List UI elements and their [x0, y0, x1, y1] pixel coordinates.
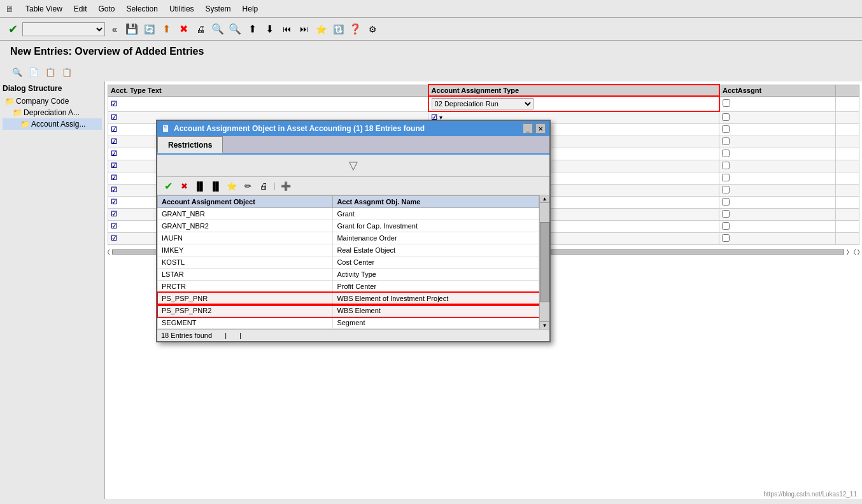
- modal-overlay: 🖥 Account Assignment Object in Asset Acc…: [105, 81, 862, 499]
- find-next-button[interactable]: 🔍: [227, 22, 243, 37]
- settings-button[interactable]: ⚙: [365, 22, 380, 37]
- modal-title-text: Account Assignment Object in Asset Accou…: [174, 124, 425, 133]
- modal-statusbar: 18 Entries found | |: [157, 329, 549, 341]
- folder-icon-2: 📁: [13, 108, 22, 117]
- modal-edit-btn[interactable]: ✏: [241, 179, 255, 193]
- modal-table: Account Assignment Object Acct Assgnmt O…: [157, 195, 539, 329]
- sidebar-item-account-assign[interactable]: 📁 Account Assig...: [3, 118, 102, 130]
- main-toolbar: ✔ « 💾 🔄 ⬆ ✖ 🖨 🔍 🔍 ⬆ ⬇ ⏮ ⏭ ⭐ 🔃 ❓ ⚙: [0, 18, 862, 41]
- menu-item-edit[interactable]: Edit: [69, 3, 92, 15]
- modal-close-button[interactable]: ✕: [535, 123, 546, 134]
- modal-col-btn1[interactable]: ▐▌: [193, 179, 207, 193]
- sec-btn-2[interactable]: 📄: [27, 65, 41, 79]
- modal-print-btn[interactable]: 🖨: [257, 179, 271, 193]
- secondary-toolbar: 🔍 📄 📋 📋: [0, 62, 862, 81]
- modal-filter-row: ▽: [157, 155, 549, 177]
- modal-obj-name: WBS Element of Investment Project: [333, 293, 539, 305]
- modal-col-name: Acct Assgnmt Obj. Name: [333, 196, 539, 208]
- folder-icon: 📁: [5, 97, 15, 106]
- modal-obj-code: IMKEY: [158, 244, 333, 256]
- help-button[interactable]: ❓: [348, 22, 363, 37]
- modal-obj-code: GRANT_NBR2: [158, 220, 333, 232]
- modal-col-obj: Account Assignment Object: [158, 196, 333, 208]
- modal-add-btn[interactable]: ➕: [279, 179, 293, 193]
- find-button[interactable]: 🔍: [210, 22, 225, 37]
- modal-obj-code: GRANT_NBR: [158, 208, 333, 220]
- menu-item-selection[interactable]: Selection: [122, 3, 163, 15]
- modal-col-btn2[interactable]: ▐▌: [209, 179, 223, 193]
- sidebar-label-company-code: Company Code: [16, 97, 69, 106]
- modal-title-left: 🖥 Account Assignment Object in Asset Acc…: [161, 123, 425, 134]
- filter-funnel-icon: ▽: [349, 158, 358, 172]
- menu-item-help[interactable]: Help: [237, 3, 264, 15]
- modal-table-row[interactable]: PRCTRProfit Center: [158, 281, 539, 293]
- modal-ok-button[interactable]: ✔: [161, 179, 175, 193]
- star-button[interactable]: ⭐: [313, 22, 329, 37]
- menu-item-system[interactable]: System: [201, 3, 236, 15]
- modal-obj-name: Activity Type: [333, 269, 539, 281]
- modal-scrollbar[interactable]: ▲ ▼: [539, 195, 549, 329]
- modal-obj-code: PS_PSP_PNR2: [158, 305, 333, 317]
- menu-item-goto[interactable]: Goto: [94, 3, 120, 15]
- modal-obj-code: LSTAR: [158, 269, 333, 281]
- modal-obj-code: KOSTL: [158, 256, 333, 269]
- modal-table-row[interactable]: SEGMENTSegment: [158, 317, 539, 329]
- modal-obj-name: Segment: [333, 317, 539, 329]
- menu-item-tableview[interactable]: Table View: [20, 3, 67, 15]
- modal-table-wrap: Account Assignment Object Acct Assgnmt O…: [157, 195, 549, 329]
- modal-table-row[interactable]: IAUFNMaintenance Order: [158, 232, 539, 244]
- modal-obj-name: Real Estate Object: [333, 244, 539, 256]
- content-area: Acct. Type Text Account Assignment Type …: [105, 81, 862, 499]
- page-title: New Entries: Overview of Added Entries: [0, 41, 862, 62]
- modal-cancel-button[interactable]: ✖: [177, 179, 191, 193]
- modal-tab-restrictions[interactable]: Restrictions: [157, 136, 223, 153]
- modal-table-row[interactable]: GRANT_NBR2Grant for Cap. Investment: [158, 220, 539, 232]
- modal-obj-name: Profit Center: [333, 281, 539, 293]
- modal-tabbar: Restrictions: [157, 136, 549, 155]
- modal-table-row[interactable]: LSTARActivity Type: [158, 269, 539, 281]
- sidebar-item-depreciation[interactable]: 📁 Depreciation A...: [3, 107, 102, 118]
- modal-obj-name: Cost Center: [333, 256, 539, 269]
- sidebar: Dialog Structure 📁 Company Code 📁 Deprec…: [0, 81, 105, 499]
- menu-bar: 🖥 Table View Edit Goto Selection Utiliti…: [0, 0, 862, 18]
- refresh-button[interactable]: 🔄: [141, 22, 157, 37]
- menu-item-utilities[interactable]: Utilities: [164, 3, 199, 15]
- modal-title-right: _ ✕: [523, 123, 546, 134]
- folder-icon-3: 📁: [20, 120, 30, 129]
- sec-btn-4[interactable]: 📋: [60, 65, 74, 79]
- modal-table-row[interactable]: PS_PSP_PNRWBS Element of Investment Proj…: [158, 293, 539, 305]
- save-button[interactable]: 💾: [124, 22, 139, 37]
- sec-btn-1[interactable]: 🔍: [10, 65, 24, 79]
- check-button[interactable]: ✔: [5, 22, 20, 37]
- modal-entries-count: 18 Entries found: [161, 332, 212, 339]
- modal-minimize-button[interactable]: _: [523, 123, 533, 134]
- modal-table-row[interactable]: IMKEYReal Estate Object: [158, 244, 539, 256]
- main-area: Dialog Structure 📁 Company Code 📁 Deprec…: [0, 81, 862, 499]
- sync-button[interactable]: 🔃: [330, 22, 346, 37]
- modal-star-btn[interactable]: ⭐: [225, 179, 239, 193]
- print-button[interactable]: 🖨: [193, 22, 208, 37]
- sec-btn-3[interactable]: 📋: [43, 65, 57, 79]
- sidebar-title: Dialog Structure: [3, 84, 102, 93]
- command-select[interactable]: [22, 22, 105, 36]
- modal-table-row[interactable]: GRANT_NBRGrant: [158, 208, 539, 220]
- modal-obj-name: WBS Element: [333, 305, 539, 317]
- first-button[interactable]: ⏮: [279, 22, 294, 37]
- app-logo: 🖥: [5, 4, 14, 14]
- modal-obj-code: PS_PSP_PNR: [158, 293, 333, 305]
- up-button[interactable]: ⬆: [159, 22, 174, 37]
- modal-toolbar: ✔ ✖ ▐▌ ▐▌ ⭐ ✏ 🖨 | ➕: [157, 177, 549, 195]
- sidebar-item-company-code[interactable]: 📁 Company Code: [3, 95, 102, 107]
- sidebar-label-account-assign: Account Assig...: [31, 120, 85, 129]
- modal-sep1: |: [225, 332, 227, 339]
- last-button[interactable]: ⏭: [296, 22, 311, 37]
- stop-button[interactable]: ✖: [176, 22, 191, 37]
- back-button[interactable]: «: [107, 22, 122, 37]
- modal-obj-name: Maintenance Order: [333, 232, 539, 244]
- nav-up-button[interactable]: ⬆: [244, 22, 260, 37]
- modal-dialog: 🖥 Account Assignment Object in Asset Acc…: [156, 120, 551, 342]
- nav-down-button[interactable]: ⬇: [262, 22, 277, 37]
- modal-table-row[interactable]: PS_PSP_PNR2WBS Element: [158, 305, 539, 317]
- modal-table-row[interactable]: KOSTLCost Center: [158, 256, 539, 269]
- modal-obj-name: Grant: [333, 208, 539, 220]
